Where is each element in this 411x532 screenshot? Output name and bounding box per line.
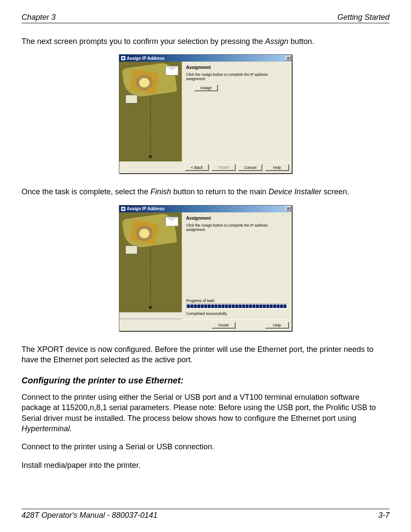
close-icon[interactable]: × [286, 206, 291, 211]
titlebar: Assign IP Address × [119, 55, 292, 62]
back-button[interactable]: < Back [185, 164, 209, 171]
app-icon [121, 207, 125, 211]
finish-button[interactable]: Finish [212, 322, 236, 329]
app-icon [121, 56, 125, 60]
wizard-sidebar-art [119, 212, 182, 312]
window-title: Assign IP Address [127, 206, 165, 211]
completed-text: Completed successfully. [186, 311, 287, 316]
help-button[interactable]: Help [265, 322, 289, 329]
header-section: Getting Started [337, 13, 389, 22]
header-chapter: Chapter 3 [22, 13, 56, 22]
screenshot-assign-dialog: Assign IP Address × Assignment Click the… [22, 54, 389, 174]
window-title: Assign IP Address [127, 56, 165, 61]
paragraph-finish: Once the task is complete, select the Fi… [22, 187, 389, 197]
dialog-content: Assignment Click the Assign button to co… [182, 62, 292, 162]
paragraph-intro-assign: The next screen prompts you to confirm y… [22, 36, 389, 47]
subheading-configure-ethernet: Configuring the printer to use Ethernet: [22, 376, 389, 386]
footer-page-number: 3-7 [378, 511, 389, 520]
progress-bar [186, 304, 287, 309]
cancel-button[interactable]: Cancel [238, 164, 262, 171]
paragraph-connect-instructions: Connect to the printer using either the … [22, 392, 389, 434]
assign-ip-dialog-1: Assign IP Address × Assignment Click the… [119, 54, 292, 174]
page-footer: 428T Operator's Manual - 880037-0141 3-7 [22, 509, 389, 520]
dialog-content: Assignment Click the Assign button to co… [182, 212, 292, 319]
close-icon[interactable]: × [286, 56, 291, 61]
titlebar: Assign IP Address × [119, 205, 292, 212]
assign-button[interactable]: Assign [194, 84, 218, 91]
instruction-text: Click the Assign button to complete the … [186, 223, 287, 232]
page-header: Chapter 3 Getting Started [22, 13, 389, 23]
paragraph-connect-serial-usb: Connect to the printer using a Serial or… [22, 442, 389, 452]
dialog-button-bar: < Back Finish Cancel Help [119, 162, 292, 173]
dialog-button-bar: Finish Help [119, 319, 292, 331]
footer-manual: 428T Operator's Manual - 880037-0141 [22, 511, 158, 520]
finish-button-disabled: Finish [212, 164, 236, 171]
section-heading: Assignment [186, 216, 287, 221]
paragraph-xport-configured: The XPORT device is now configured. Befo… [22, 344, 389, 365]
instruction-text: Click the Assign button to complete the … [186, 72, 287, 81]
progress-label: Progress of task: [186, 299, 287, 303]
screenshot-finish-dialog: Assign IP Address × Assignment Click the… [22, 205, 389, 331]
help-button[interactable]: Help [265, 164, 289, 171]
assign-ip-dialog-2: Assign IP Address × Assignment Click the… [119, 205, 292, 331]
wizard-sidebar-art [119, 62, 182, 162]
paragraph-install-media: Install media/paper into the printer. [22, 460, 389, 470]
section-heading: Assignment [186, 65, 287, 70]
